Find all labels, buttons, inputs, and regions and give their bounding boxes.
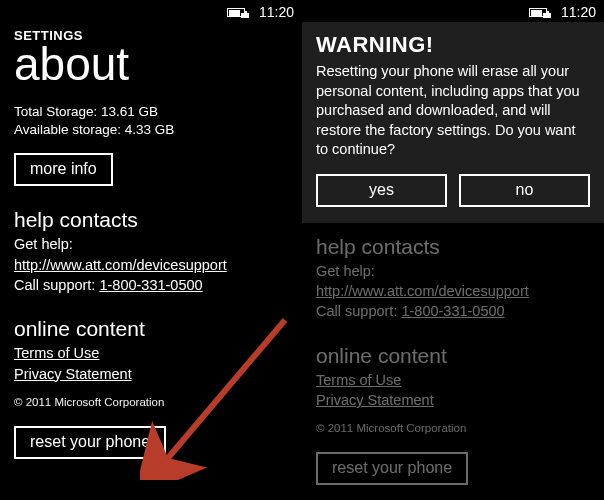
screen-about: 11:20 SETTINGS about Total Storage: 13.6…: [0, 0, 302, 500]
battery-charging-icon: [227, 7, 249, 18]
status-bar: 11:20: [302, 0, 604, 22]
help-block: Get help: http://www.att.com/devicesuppo…: [14, 234, 288, 295]
yes-button[interactable]: yes: [316, 174, 447, 207]
page-title: about: [14, 41, 288, 87]
reset-phone-button[interactable]: reset your phone: [14, 426, 166, 459]
label-call-support: Call support:: [316, 303, 397, 319]
link-get-help[interactable]: http://www.att.com/devicesupport: [14, 257, 227, 273]
heading-online-content: online content: [14, 317, 288, 341]
storage-info: Total Storage: 13.61 GB Available storag…: [14, 103, 288, 139]
link-terms[interactable]: Terms of Use: [14, 343, 288, 363]
link-privacy[interactable]: Privacy Statement: [14, 364, 288, 384]
warning-body: Resetting your phone will erase all your…: [316, 62, 590, 160]
screen-reset-warning: 11:20 WARNING! Resetting your phone will…: [302, 0, 604, 500]
link-terms: Terms of Use: [316, 370, 590, 390]
label-available-storage: Available storage:: [14, 122, 121, 137]
link-privacy: Privacy Statement: [316, 390, 590, 410]
status-bar: 11:20: [0, 0, 302, 22]
copyright: © 2011 Microsoft Corporation: [316, 422, 590, 434]
copyright: © 2011 Microsoft Corporation: [14, 396, 288, 408]
link-call-support: 1-800-331-0500: [401, 303, 504, 319]
link-call-support[interactable]: 1-800-331-0500: [99, 277, 202, 293]
heading-help-contacts: help contacts: [14, 208, 288, 232]
value-total-storage: 13.61 GB: [101, 104, 158, 119]
label-get-help: Get help:: [14, 236, 73, 252]
more-info-button[interactable]: more info: [14, 153, 113, 186]
clock: 11:20: [259, 4, 294, 20]
heading-help-contacts: help contacts: [316, 235, 590, 259]
warning-dialog: WARNING! Resetting your phone will erase…: [302, 22, 604, 223]
clock: 11:20: [561, 4, 596, 20]
label-get-help: Get help:: [316, 263, 375, 279]
help-block: Get help: http://www.att.com/devicesuppo…: [316, 261, 590, 322]
value-available-storage: 4.33 GB: [125, 122, 175, 137]
link-get-help: http://www.att.com/devicesupport: [316, 283, 529, 299]
reset-phone-button: reset your phone: [316, 452, 468, 485]
background-content-dimmed: help contacts Get help: http://www.att.c…: [302, 235, 604, 485]
battery-charging-icon: [529, 7, 551, 18]
label-total-storage: Total Storage:: [14, 104, 97, 119]
no-button[interactable]: no: [459, 174, 590, 207]
heading-online-content: online content: [316, 344, 590, 368]
label-call-support: Call support:: [14, 277, 95, 293]
warning-title: WARNING!: [316, 32, 590, 58]
